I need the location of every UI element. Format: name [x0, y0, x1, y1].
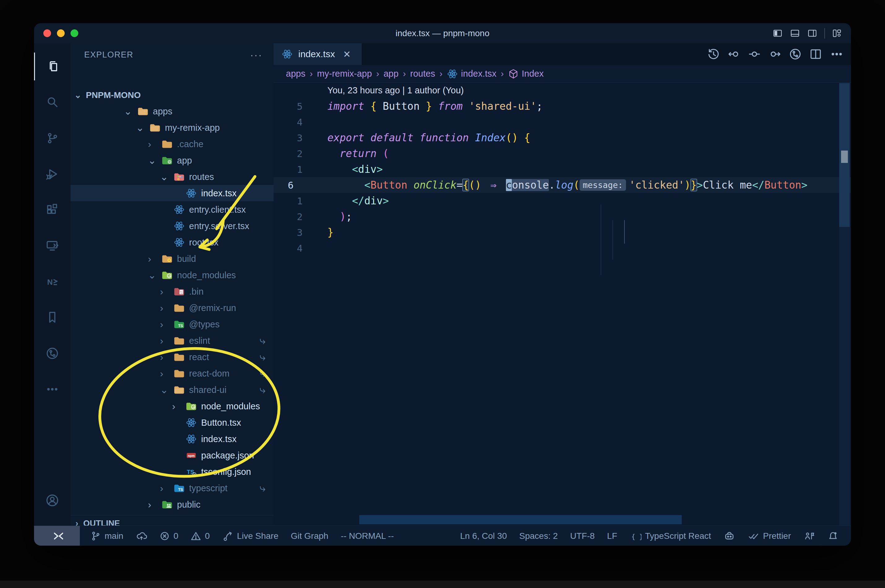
close-icon[interactable]: ✕ [343, 49, 351, 60]
code-editor[interactable]: You, 23 hours ago | 1 author (You)5impor… [274, 82, 851, 256]
breadcrumb-item-app[interactable]: app [384, 69, 398, 79]
tree-item--bin[interactable]: ›0110.bin [71, 283, 274, 300]
activity-item-account[interactable] [34, 487, 71, 515]
tree-item-eslint[interactable]: ›eslint⤷ [71, 332, 274, 349]
history-icon[interactable] [707, 48, 720, 60]
status-item-lf[interactable]: LF [607, 531, 617, 541]
layout-customize-icon[interactable] [832, 29, 842, 38]
layout-panel-icon[interactable] [790, 29, 800, 38]
breadcrumb-item-routes[interactable]: routes [410, 69, 435, 79]
chevron-down-icon: ⌄ [136, 122, 144, 134]
tree-item-index-tsx[interactable]: index.tsx [71, 430, 274, 447]
prev-change-icon[interactable] [728, 48, 740, 60]
status-item-0[interactable]: 0 [160, 531, 179, 542]
tree-item-routes[interactable]: ⌄routes [71, 168, 274, 185]
tree-item-react-dom[interactable]: ›react-dom⤷ [71, 365, 274, 381]
tree-item-label: entry.client.tsx [189, 204, 246, 214]
activity-item-bookmarks[interactable] [34, 304, 71, 332]
tree-item-entry-server-tsx[interactable]: entry.server.tsx [71, 218, 274, 234]
titlebar[interactable]: index.tsx — pnpm-mono [34, 23, 851, 44]
react-icon [281, 48, 293, 60]
tree-item-tsconfig-json[interactable]: TStsconfig.json [71, 464, 274, 480]
status-item-ln-6-col-30[interactable]: Ln 6, Col 30 [460, 531, 507, 541]
run-debug-icon [45, 167, 59, 181]
activity-item-extensions[interactable] [34, 196, 71, 224]
folder-app-icon [161, 155, 173, 166]
breadcrumb-item-index.tsx[interactable]: index.tsx [447, 68, 496, 80]
remote-indicator[interactable] [34, 526, 80, 546]
breadcrumb-item-index[interactable]: Index [508, 69, 544, 79]
activity-item-remote-explorer[interactable] [34, 232, 71, 260]
split-editor-icon[interactable] [810, 48, 822, 60]
breadcrumb-item-my-remix-app[interactable]: my-remix-app [317, 69, 372, 79]
status-item--normal-[interactable]: -- NORMAL -- [341, 531, 394, 541]
activity-item-run-debug[interactable] [34, 160, 71, 188]
more-icon[interactable] [830, 47, 844, 61]
folder-open-tan-icon [137, 106, 149, 117]
code-line: 5import { Button } from 'shared-ui'; [274, 98, 851, 114]
tree-item--remix-run[interactable]: ›@remix-run [71, 300, 274, 316]
code-text: <Button onClick={() ⇒ console.log(messag… [322, 179, 807, 191]
indent-guide [613, 220, 613, 260]
activity-item-nx-console[interactable]: N [34, 268, 71, 296]
code-text: You, 23 hours ago | 1 author (You) [322, 86, 464, 96]
status-item-live-share[interactable]: Live Share [222, 531, 278, 542]
tree-item-shared-ui[interactable]: ⌄shared-ui⤷ [71, 381, 274, 398]
status-left: main00Live ShareGit Graph-- NORMAL -- [90, 531, 394, 542]
tree-item-my-remix-app[interactable]: ⌄my-remix-app [71, 119, 274, 136]
line-number: 4 [274, 117, 322, 128]
status-item-git-graph[interactable]: Git Graph [291, 531, 328, 541]
tree-item-build[interactable]: ›build [71, 250, 274, 267]
status-item-cloud-upload[interactable] [136, 531, 147, 542]
svg-text:JS: JS [169, 275, 171, 278]
breadcrumb-item-apps[interactable]: apps [286, 69, 306, 79]
change-icon[interactable] [748, 48, 761, 60]
activity-item-search[interactable] [34, 88, 71, 116]
status-item-person-flag[interactable] [803, 531, 815, 542]
status-item-bell[interactable] [828, 531, 838, 542]
tree-item-node-modules[interactable]: ⌄JSnode_modules [71, 267, 274, 283]
tree-item-public[interactable]: ›public [71, 496, 274, 513]
tree-item-app[interactable]: ⌄app [71, 152, 274, 168]
tree-item-button-tsx[interactable]: Button.tsx [71, 414, 274, 430]
layout-sidebar-left-icon[interactable] [772, 29, 783, 38]
activity-item-git-graph[interactable] [34, 339, 71, 367]
explorer-more-icon[interactable]: ··· [250, 49, 262, 61]
titlebar-divider [824, 28, 825, 39]
svg-text:{ }: { } [631, 532, 641, 540]
status-item-utf-8[interactable]: UTF-8 [570, 531, 595, 541]
folder-types-icon: TS [174, 319, 185, 330]
tree-item-index-tsx[interactable]: index.tsx [71, 185, 274, 201]
git-graph-icon [45, 346, 59, 360]
status-item-spaces-2[interactable]: Spaces: 2 [519, 531, 558, 541]
next-change-icon[interactable] [769, 48, 781, 60]
tree-item-typescript[interactable]: ›TStypescript⤷ [71, 480, 274, 496]
status-item-typescript-react[interactable]: { }TypeScript React [630, 531, 711, 542]
tree-item-apps[interactable]: ⌄apps [71, 103, 274, 119]
activity-item-files[interactable] [34, 52, 71, 80]
activity-item-more[interactable] [34, 375, 71, 403]
layout-sidebar-right-icon[interactable] [807, 29, 817, 38]
chevron-down-icon: ⌄ [148, 269, 156, 281]
horizontal-scrollbar-thumb[interactable] [359, 515, 682, 524]
tree-item-react[interactable]: ›react⤷ [71, 349, 274, 365]
tree-item-label: public [177, 499, 200, 510]
status-item-robot[interactable] [724, 530, 735, 542]
tree-item--types[interactable]: ›TS@types [71, 316, 274, 332]
workspace-section-header[interactable]: ⌄ PNPM-MONO [71, 87, 274, 103]
git-graph-circle-icon[interactable] [789, 48, 801, 60]
tree-item-entry-client-tsx[interactable]: entry.client.tsx [71, 201, 274, 218]
tree-item-package-json[interactable]: npmpackage.json [71, 447, 274, 464]
line-number: 3 [274, 227, 322, 238]
tree-item--cache[interactable]: ›.cache [71, 136, 274, 152]
tab-index-tsx[interactable]: index.tsx ✕ [274, 43, 362, 65]
status-item-prettier[interactable]: Prettier [748, 531, 791, 542]
code-line: 4 [274, 114, 851, 130]
status-item-0[interactable]: 0 [191, 531, 210, 542]
status-item-main[interactable]: main [90, 531, 123, 542]
tree-item-root-tsx[interactable]: root.tsx [71, 234, 274, 250]
tree-item-node-modules[interactable]: ›JSnode_modules [71, 398, 274, 414]
folder-routes-icon [174, 171, 185, 182]
activity-item-source-control[interactable] [34, 124, 71, 152]
react-icon [186, 188, 197, 199]
